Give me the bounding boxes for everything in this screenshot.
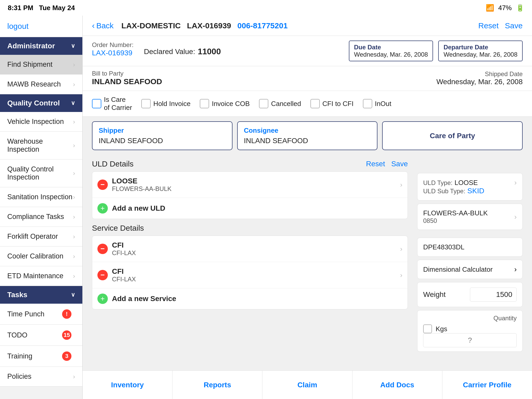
cfi-2-arrow: › <box>400 271 402 279</box>
nav-add-docs[interactable]: Add Docs <box>353 371 442 399</box>
nav-claim[interactable]: Claim <box>262 371 352 399</box>
mawb-research-arrow: › <box>73 81 75 88</box>
vehicle-inspection-arrow: › <box>73 118 75 125</box>
remove-cfi-1-button[interactable]: − <box>97 244 108 254</box>
policies-label: Policies <box>7 373 31 381</box>
sidebar-item-find-shipment[interactable]: Find Shipment › <box>0 55 82 75</box>
uld-details-header: ULD Details Reset Save <box>92 155 408 171</box>
consignee-name: INLAND SEAFOOD <box>244 137 308 145</box>
logout-button[interactable]: logout <box>0 16 82 37</box>
sidebar-item-sanitation-inspection[interactable]: Sanitation Inspection › <box>0 187 82 207</box>
add-uld-button[interactable]: + <box>97 203 108 214</box>
quantity-input[interactable] <box>423 333 517 347</box>
remove-cfi-2-button[interactable]: − <box>97 270 108 280</box>
sidebar-section-administrator[interactable]: Administrator ∨ <box>0 37 82 55</box>
shipper-name: INLAND SEAFOOD <box>99 137 163 145</box>
checkbox-cancelled[interactable]: Cancelled <box>259 99 301 108</box>
sidebar-item-etd-maintenance[interactable]: ETD Maintenance › <box>0 266 82 286</box>
mawb-research-label: MAWB Research <box>7 80 61 88</box>
uld-save-button[interactable]: Save <box>391 160 408 168</box>
reset-button[interactable]: Reset <box>478 21 498 30</box>
sidebar-item-quality-control-inspection[interactable]: Quality Control Inspection › <box>0 159 82 187</box>
checkbox-hold-invoice[interactable]: Hold Invoice <box>141 99 190 108</box>
find-shipment-arrow: › <box>73 61 75 68</box>
sidebar-item-warehouse-inspection[interactable]: Warehouse Inspection › <box>0 132 82 159</box>
service-details-label: Service Details <box>92 224 144 232</box>
location-code: LAX-DOMESTIC <box>121 21 181 30</box>
compliance-tasks-label: Compliance Tasks <box>7 213 64 221</box>
checkbox-inout[interactable]: InOut <box>363 99 391 108</box>
warehouse-inspection-arrow: › <box>73 142 75 149</box>
remove-loose-button[interactable]: − <box>97 179 108 190</box>
sidebar-section-quality-control[interactable]: Quality Control ∨ <box>0 94 82 112</box>
checkbox-cfi-to-cfi[interactable]: CFI to CFI <box>310 99 354 108</box>
sidebar-item-time-punch[interactable]: Time Punch ! <box>0 304 82 325</box>
is-care-of-carrier-label: Is Careof Carrier <box>104 96 132 112</box>
claim-label: Claim <box>297 381 317 389</box>
cancelled-checkbox[interactable] <box>259 99 268 108</box>
sidebar-item-training[interactable]: Training 3 <box>0 346 82 367</box>
care-of-party-label: Care of Party <box>430 132 475 140</box>
sidebar-section-tasks[interactable]: Tasks ∨ <box>0 286 82 304</box>
add-docs-label: Add Docs <box>380 381 414 389</box>
kgs-checkbox[interactable] <box>423 324 432 333</box>
nav-carrier-profile[interactable]: Carrier Profile <box>442 371 532 399</box>
uld-item-add[interactable]: + Add a new ULD <box>92 198 408 219</box>
sidebar-item-cooler-calibration[interactable]: Cooler Calibration › <box>0 247 82 266</box>
etd-maintenance-arrow: › <box>73 272 75 280</box>
tasks-chevron: ∨ <box>71 291 75 298</box>
uld-item-loose[interactable]: − LOOSE FLOWERS-AA-BULK › <box>92 172 408 198</box>
invoice-cob-checkbox[interactable] <box>200 99 209 108</box>
cancelled-label: Cancelled <box>271 100 301 108</box>
hold-invoice-checkbox[interactable] <box>141 99 151 108</box>
dimensional-calculator[interactable]: Dimensional Calculator › <box>417 260 523 279</box>
cfi-1-name: CFI <box>112 241 396 249</box>
order-number-label: Order Number: <box>92 41 134 48</box>
declared-value-label: Declared Value: <box>144 48 195 56</box>
uld-reset-button[interactable]: Reset <box>366 160 385 168</box>
weight-input[interactable] <box>470 288 517 302</box>
commodity-detail[interactable]: FLOWERS-AA-BULK 0850 › <box>417 204 523 230</box>
sanitation-inspection-arrow: › <box>73 194 75 201</box>
due-date-box: Due Date Wednesday, Mar. 26, 2008 <box>349 41 433 61</box>
is-care-of-carrier-checkbox[interactable] <box>92 99 101 108</box>
uld-loose-content: LOOSE FLOWERS-AA-BULK <box>112 177 396 192</box>
service-item-cfi-2[interactable]: − CFI CFI-LAX › <box>92 262 408 288</box>
inout-label: InOut <box>375 100 391 108</box>
sidebar-item-compliance-tasks[interactable]: Compliance Tasks › <box>0 207 82 227</box>
nav-reports[interactable]: Reports <box>172 371 262 399</box>
dimensional-calc-arrow: › <box>514 265 517 274</box>
nav-inventory[interactable]: Inventory <box>83 371 172 399</box>
sidebar-item-policies[interactable]: Policies › <box>0 367 82 387</box>
shipper-card[interactable]: Shipper INLAND SEAFOOD <box>92 121 232 150</box>
back-button[interactable]: ‹ Back <box>92 21 114 30</box>
cooler-calibration-arrow: › <box>73 253 75 260</box>
forklift-operator-label: Forklift Operator <box>7 232 58 241</box>
forklift-operator-arrow: › <box>73 233 75 240</box>
uld-sub-type-value: SKID <box>467 187 484 195</box>
checkbox-invoice-cob[interactable]: Invoice COB <box>200 99 250 108</box>
service-item-add[interactable]: + Add a new Service <box>92 288 408 309</box>
due-date-label: Due Date <box>354 44 428 51</box>
save-button[interactable]: Save <box>505 21 523 30</box>
hold-invoice-label: Hold Invoice <box>153 100 190 108</box>
bill-party-section: Bill to Party INLAND SEAFOOD <box>92 70 162 86</box>
inout-checkbox[interactable] <box>363 99 372 108</box>
consignee-card[interactable]: Consignee INLAND SEAFOOD <box>237 121 378 150</box>
sidebar-item-todo[interactable]: TODO 15 <box>0 325 82 346</box>
service-item-cfi-1[interactable]: − CFI CFI-LAX › <box>92 236 408 262</box>
sidebar-item-forklift-operator[interactable]: Forklift Operator › <box>0 227 82 247</box>
cfi-to-cfi-checkbox[interactable] <box>310 99 320 108</box>
uld-loose-sub: FLOWERS-AA-BULK <box>112 185 396 192</box>
commodity-arrow: › <box>514 213 517 221</box>
add-service-label: Add a new Service <box>112 295 402 303</box>
bill-party-row: Bill to Party INLAND SEAFOOD Shipped Dat… <box>83 66 532 91</box>
sidebar-item-vehicle-inspection[interactable]: Vehicle Inspection › <box>0 112 82 132</box>
sidebar-item-mawb-research[interactable]: MAWB Research › <box>0 75 82 94</box>
care-of-party-card[interactable]: Care of Party <box>382 121 523 150</box>
add-uld-content: Add a new ULD <box>112 204 402 212</box>
add-service-button[interactable]: + <box>97 294 108 304</box>
checkbox-is-care-of-carrier[interactable]: Is Careof Carrier <box>92 96 132 112</box>
administrator-label: Administrator <box>7 42 55 50</box>
time-punch-label: Time Punch <box>7 310 44 318</box>
